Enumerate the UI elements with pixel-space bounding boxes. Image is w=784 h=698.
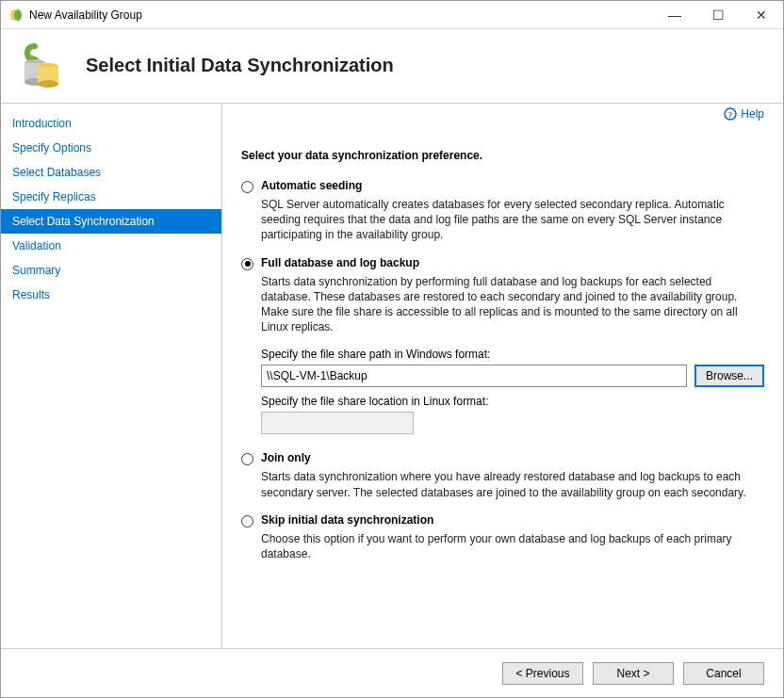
close-button[interactable]: ✕ <box>740 1 783 28</box>
sidebar-item-specify-replicas[interactable]: Specify Replicas <box>1 185 221 209</box>
app-icon <box>8 8 24 23</box>
label-skip: Skip initial data synchronization <box>261 513 433 527</box>
sidebar-item-introduction[interactable]: Introduction <box>1 111 221 136</box>
previous-button[interactable]: < Previous <box>502 662 583 685</box>
label-linux-path: Specify the file share location in Linux… <box>261 395 764 408</box>
minimize-button[interactable]: — <box>653 1 696 28</box>
maximize-button[interactable]: ☐ <box>696 1 740 28</box>
wizard-icon <box>18 41 67 89</box>
svg-point-7 <box>38 80 58 88</box>
sidebar-item-results[interactable]: Results <box>1 283 221 307</box>
desc-automatic-seeding: SQL Server automatically creates databas… <box>261 197 764 243</box>
help-link[interactable]: ? Help <box>724 107 764 121</box>
sidebar-item-validation[interactable]: Validation <box>1 234 221 258</box>
sidebar-item-select-databases[interactable]: Select Databases <box>1 160 221 185</box>
radio-full-backup[interactable] <box>241 258 253 270</box>
intro-text: Select your data synchronization prefere… <box>241 149 764 162</box>
svg-point-1 <box>14 9 22 21</box>
radio-automatic-seeding[interactable] <box>241 181 253 193</box>
label-automatic-seeding: Automatic seeding <box>261 179 362 192</box>
sidebar-item-summary[interactable]: Summary <box>1 258 221 283</box>
page-header: Select Initial Data Synchronization <box>1 29 783 104</box>
sidebar-item-select-data-sync[interactable]: Select Data Synchronization <box>1 209 221 234</box>
sidebar-item-specify-options[interactable]: Specify Options <box>1 136 221 160</box>
help-label: Help <box>741 107 764 121</box>
label-windows-path: Specify the file share path in Windows f… <box>261 348 764 361</box>
label-full-backup: Full database and log backup <box>261 256 419 269</box>
wizard-sidebar: Introduction Specify Options Select Data… <box>1 104 222 648</box>
browse-button[interactable]: Browse... <box>694 365 764 387</box>
footer: < Previous Next > Cancel <box>1 648 783 697</box>
window-title: New Availability Group <box>29 8 653 22</box>
desc-full-backup: Starts data synchronization by performin… <box>261 274 764 335</box>
next-button[interactable]: Next > <box>593 662 674 685</box>
input-windows-path[interactable] <box>261 365 687 387</box>
cancel-button[interactable]: Cancel <box>683 662 764 685</box>
desc-skip: Choose this option if you want to perfor… <box>261 531 764 561</box>
desc-join-only: Starts data synchronization where you ha… <box>261 469 764 499</box>
titlebar: New Availability Group — ☐ ✕ <box>1 1 783 29</box>
label-join-only: Join only <box>261 451 311 464</box>
radio-join-only[interactable] <box>241 453 253 465</box>
svg-text:?: ? <box>728 110 733 120</box>
page-title: Select Initial Data Synchronization <box>86 55 394 76</box>
radio-skip[interactable] <box>241 515 253 528</box>
input-linux-path <box>261 412 414 434</box>
content-panel: ? Help Select your data synchronization … <box>222 104 783 648</box>
help-icon: ? <box>724 107 737 121</box>
